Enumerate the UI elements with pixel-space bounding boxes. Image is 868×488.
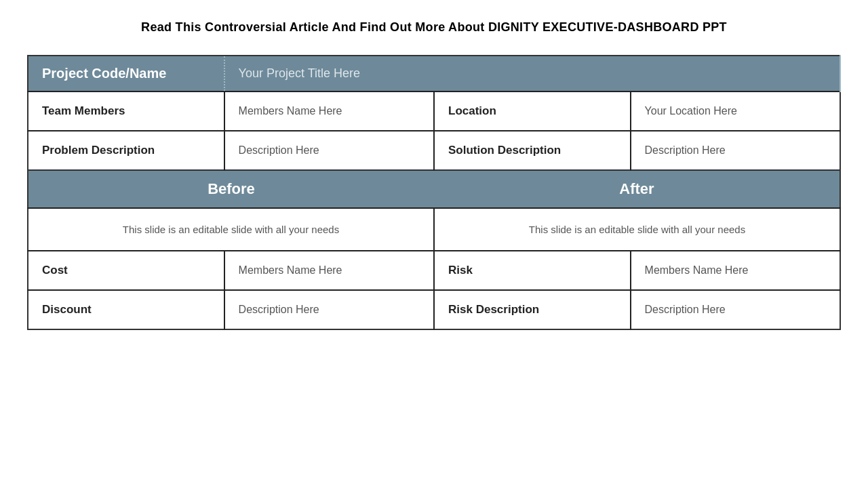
page-title: Read This Controversial Article And Find… [141, 20, 727, 35]
risk-label: Risk [434, 251, 631, 290]
discount-risk-desc-row: Discount Description Here Risk Descripti… [28, 290, 840, 329]
before-after-header-row: Before After [28, 170, 840, 208]
page-container: Read This Controversial Article And Find… [0, 0, 868, 488]
project-title-value: Your Project Title Here [224, 56, 840, 92]
solution-desc-label: Solution Description [434, 131, 631, 170]
project-code-label: Project Code/Name [28, 56, 224, 92]
problem-solution-row: Problem Description Description Here Sol… [28, 131, 840, 170]
team-location-row: Team Members Members Name Here Location … [28, 92, 840, 131]
before-content: This slide is an editable slide with all… [28, 208, 434, 251]
cost-label: Cost [28, 251, 224, 290]
before-after-content-row: This slide is an editable slide with all… [28, 208, 840, 251]
before-header: Before [28, 170, 434, 208]
after-content: This slide is an editable slide with all… [434, 208, 840, 251]
cost-risk-row: Cost Members Name Here Risk Members Name… [28, 251, 840, 290]
problem-desc-label: Problem Description [28, 131, 224, 170]
solution-desc-value: Description Here [631, 131, 840, 170]
problem-desc-value: Description Here [224, 131, 434, 170]
risk-value: Members Name Here [631, 251, 840, 290]
location-value: Your Location Here [631, 92, 840, 131]
project-header-row: Project Code/Name Your Project Title Her… [28, 56, 840, 92]
discount-label: Discount [28, 290, 224, 329]
risk-desc-value: Description Here [631, 290, 840, 329]
location-label: Location [434, 92, 631, 131]
after-header: After [434, 170, 840, 208]
team-members-value: Members Name Here [224, 92, 434, 131]
team-members-label: Team Members [28, 92, 224, 131]
cost-value: Members Name Here [224, 251, 434, 290]
discount-value: Description Here [224, 290, 434, 329]
dashboard-table: Project Code/Name Your Project Title Her… [27, 55, 841, 330]
risk-desc-label: Risk Description [434, 290, 631, 329]
